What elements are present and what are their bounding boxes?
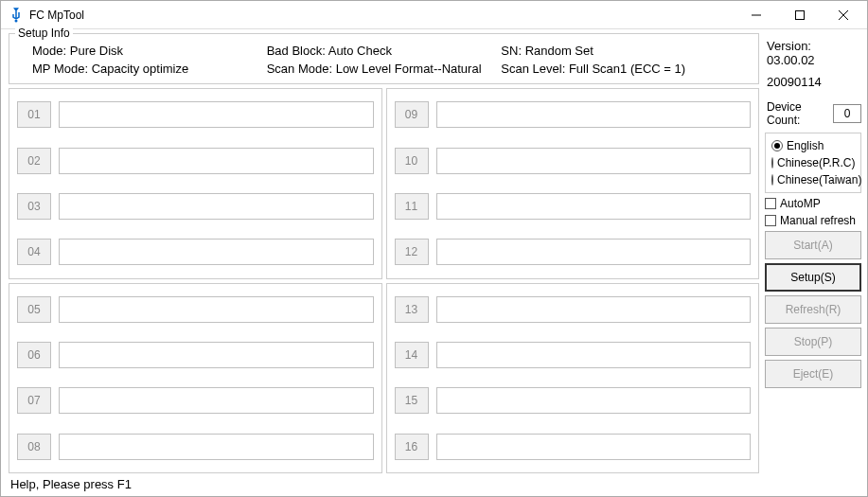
slot-group-3: 05 06 07 08 — [9, 283, 382, 474]
lang-english-radio[interactable]: English — [771, 139, 855, 152]
slot-bar — [59, 342, 374, 368]
setup-info-group: Setup Info Mode: Pure Disk Bad Block: Au… — [9, 33, 759, 84]
slot-row: 02 — [17, 148, 374, 174]
scan-mode-field: Scan Mode: Low Level Format--Natural — [267, 62, 502, 76]
auto-mp-checkbox[interactable]: AutoMP — [765, 197, 861, 210]
slot-bar — [436, 148, 752, 174]
slot-number[interactable]: 09 — [395, 101, 429, 128]
slot-bar — [59, 101, 374, 128]
slot-row: 06 — [17, 342, 374, 368]
slot-row: 08 — [17, 434, 374, 460]
close-button[interactable] — [822, 2, 865, 28]
mode-field: Mode: Pure Disk — [32, 44, 267, 58]
slot-bar — [436, 434, 752, 460]
checkbox-icon — [765, 215, 776, 226]
slot-number[interactable]: 06 — [17, 342, 51, 368]
slot-row: 03 — [17, 193, 374, 220]
slot-row: 15 — [395, 387, 752, 414]
version-label: Version: 03.00.02 — [767, 39, 861, 67]
left-panel: Setup Info Mode: Pure Disk Bad Block: Au… — [9, 33, 759, 473]
slot-row: 07 — [17, 387, 374, 414]
slot-number[interactable]: 01 — [17, 101, 51, 128]
mp-mode-field: MP Mode: Capacity optimize — [32, 62, 267, 76]
slot-number[interactable]: 04 — [17, 239, 51, 265]
maximize-button[interactable] — [778, 2, 822, 28]
slot-row: 01 — [17, 101, 374, 128]
radio-icon — [771, 174, 773, 186]
status-bar: Help, Please press F1 — [1, 475, 867, 496]
slot-bar — [436, 239, 752, 265]
slot-number[interactable]: 10 — [395, 148, 429, 174]
stop-button[interactable]: Stop(P) — [765, 328, 861, 356]
slot-bar — [436, 342, 752, 368]
slot-bar — [59, 239, 374, 265]
slot-number[interactable]: 14 — [395, 342, 429, 368]
titlebar: FC MpTool — [1, 1, 867, 29]
slot-row: 11 — [395, 193, 752, 220]
setup-info-legend: Setup Info — [15, 27, 73, 40]
slot-number[interactable]: 12 — [395, 239, 429, 265]
slots-area: 01 02 03 04 09 10 11 12 05 06 07 08 — [9, 88, 759, 473]
app-window: FC MpTool Setup Info Mode: Pure Disk Bad… — [0, 0, 868, 497]
refresh-button[interactable]: Refresh(R) — [765, 295, 861, 324]
slot-row: 04 — [17, 239, 374, 265]
slot-number[interactable]: 07 — [17, 387, 51, 414]
slot-row: 16 — [395, 434, 752, 460]
slot-number[interactable]: 11 — [395, 193, 429, 220]
slot-bar — [436, 296, 752, 323]
slot-bar — [436, 193, 752, 220]
slot-bar — [59, 387, 374, 414]
slot-bar — [436, 101, 752, 128]
slot-row: 05 — [17, 296, 374, 323]
side-panel: Version: 03.00.02 20090114 Device Count:… — [759, 33, 861, 473]
slot-number[interactable]: 08 — [17, 434, 51, 460]
setup-button[interactable]: Setup(S) — [765, 263, 861, 292]
slot-bar — [59, 148, 374, 174]
slot-bar — [59, 434, 374, 460]
svg-rect-2 — [796, 10, 805, 19]
slot-bar — [59, 296, 374, 323]
checkbox-icon — [765, 198, 776, 209]
slot-group-4: 13 14 15 16 — [386, 283, 760, 474]
device-count-field[interactable] — [833, 104, 861, 123]
slot-bar — [436, 387, 752, 414]
slot-number[interactable]: 02 — [17, 148, 51, 174]
content-area: Setup Info Mode: Pure Disk Bad Block: Au… — [1, 29, 867, 475]
sn-field: SN: Random Set — [501, 44, 735, 58]
slot-row: 12 — [395, 239, 752, 265]
radio-icon — [771, 140, 783, 151]
manual-refresh-checkbox[interactable]: Manual refresh — [765, 214, 861, 227]
language-group: English Chinese(P.R.C) Chinese(Taiwan) — [765, 133, 861, 193]
slot-bar — [59, 193, 374, 220]
slot-row: 14 — [395, 342, 752, 368]
window-title: FC MpTool — [29, 9, 735, 22]
minimize-button[interactable] — [735, 2, 778, 28]
svg-point-0 — [15, 19, 18, 22]
date-label: 20090114 — [767, 75, 861, 89]
usb-icon — [9, 8, 24, 23]
slot-number[interactable]: 15 — [395, 387, 429, 414]
scan-level-field: Scan Level: Full Scan1 (ECC = 1) — [501, 62, 735, 76]
slot-row: 13 — [395, 296, 752, 323]
slot-number[interactable]: 03 — [17, 193, 51, 220]
slot-group-2: 09 10 11 12 — [386, 88, 760, 279]
slot-number[interactable]: 16 — [395, 434, 429, 460]
radio-icon — [771, 157, 773, 169]
device-count-label: Device Count: — [767, 100, 829, 127]
slot-number[interactable]: 05 — [17, 296, 51, 323]
eject-button[interactable]: Eject(E) — [765, 360, 861, 388]
slot-row: 10 — [395, 148, 752, 174]
bad-block-field: Bad Block: Auto Check — [267, 44, 502, 58]
slot-row: 09 — [395, 101, 752, 128]
start-button[interactable]: Start(A) — [765, 231, 861, 259]
device-count-row: Device Count: — [767, 100, 861, 127]
slot-group-1: 01 02 03 04 — [9, 88, 382, 279]
slot-number[interactable]: 13 — [395, 296, 429, 323]
lang-chinese-tw-radio[interactable]: Chinese(Taiwan) — [771, 173, 855, 186]
lang-chinese-prc-radio[interactable]: Chinese(P.R.C) — [771, 156, 855, 169]
